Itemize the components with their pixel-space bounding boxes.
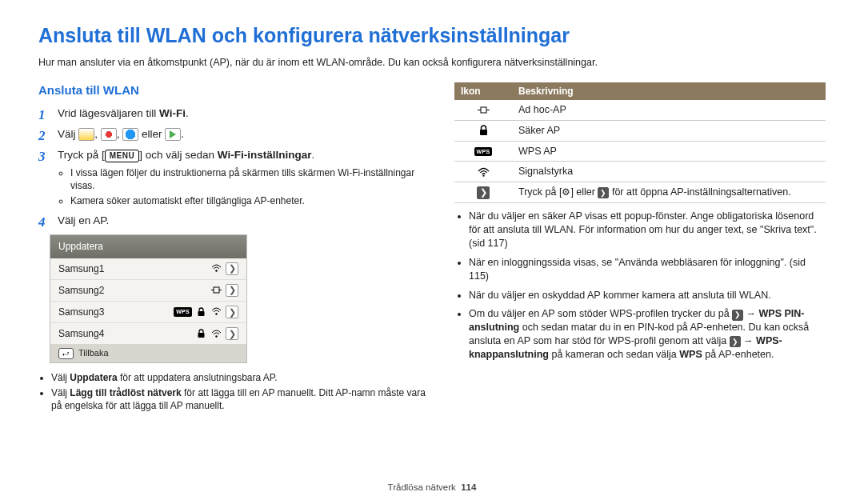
step-1-text-c: . [186,107,189,119]
ap-list-footer: ⮐ Tillbaka [50,344,246,362]
th-icon: Ikon [454,82,512,100]
signal-icon [210,328,222,340]
adhoc-icon [478,104,490,116]
chevron-right-icon: ❯ [226,306,238,318]
right-bullet-2: När en inloggningssida visas, se "Använd… [469,256,826,283]
chevron-right-icon: ❯ [477,186,490,199]
signal-icon [210,306,222,318]
wps-icon: WPS [474,147,493,156]
lock-icon [195,306,207,318]
ap-row-name: Samsung1 [58,262,210,275]
step-1-text-a: Vrid lägesväljaren till [58,107,159,119]
step-1: Vrid lägesväljaren till Wi-Fi. [38,106,430,121]
mode-icon-1 [78,128,94,141]
chevron-right-icon: ❯ [732,310,743,321]
table-row: Signalstyrka [454,162,826,182]
table-row: Ad hoc-AP [454,100,826,120]
wifi-label: Wi-Fi [159,107,186,119]
post-note-2: Välj Lägg till trådlöst nätverk för att … [51,386,430,412]
gear-icon: ⚙ [562,186,570,198]
ap-row: Samsung2 ❯ [50,280,246,302]
ap-row-name: Samsung4 [58,327,195,340]
back-pill-icon: ⮐ [58,348,74,359]
right-bullet-4: Om du väljer en AP som stöder WPS-profil… [469,307,826,362]
svg-rect-11 [480,130,487,135]
cell-desc: Säker AP [512,120,826,141]
chevron-right-icon: ❯ [226,327,238,340]
signal-icon [478,166,490,178]
table-row: Säker AP [454,120,826,141]
page-footer: Trådlösa nätverk 114 [0,482,864,494]
step-3-text-a: Tryck på [ [58,149,105,161]
cell-desc: Tryck på [⚙] eller ❯ för att öppna AP-in… [512,182,826,203]
step-2-text-e: . [181,128,184,140]
lock-icon [195,328,207,340]
ap-row: Samsung3 WPS ❯ [50,302,246,323]
step-2-sep-3: eller [138,128,165,140]
svg-point-7 [215,335,217,337]
wps-icon: WPS [174,307,192,316]
back-label: Tillbaka [78,347,109,359]
svg-rect-6 [198,333,205,338]
adhoc-icon [210,284,222,296]
step-3-text-b: ] och välj sedan [139,149,218,161]
mode-icon-3 [122,128,138,141]
signal-icon [210,262,222,274]
ap-list-box: Uppdatera Samsung1 ❯ Samsung2 [50,234,247,363]
th-desc: Beskrivning [512,82,826,100]
step-3: Tryck på [MENU] och välj sedan Wi-Fi-ins… [38,148,430,207]
step-3-text-c: . [311,149,314,161]
right-bullet-3: När du väljer en oskyddad AP kommer kame… [469,289,826,302]
chevron-right-icon: ❯ [598,187,609,198]
ap-row: Samsung4 ❯ [50,323,246,344]
cell-desc: WPS AP [512,141,826,162]
post-note-1: Välj Uppdatera för att uppdatera anslutn… [51,371,430,384]
mode-icon-4 [165,128,181,141]
menu-button-icon: MENU [105,150,139,162]
step-2-sep-1: , [94,128,101,140]
icon-legend-table: Ikon Beskrivning Ad hoc-AP Säker AP [454,82,826,204]
step-3-sub-2: Kamera söker automatiskt efter tillgängl… [70,194,430,207]
ap-row-name: Samsung2 [58,284,210,297]
ap-row: Samsung1 ❯ [50,258,246,280]
right-bullet-1: När du väljer en säker AP visas ett popu… [469,210,826,250]
svg-point-5 [215,314,217,315]
page-title: Ansluta till WLAN och konfigurera nätver… [38,22,826,50]
footer-label: Trådlösa nätverk [388,482,456,492]
lock-icon [478,125,490,137]
wifi-settings-bold: Wi-Fi-inställningar [218,149,312,161]
svg-rect-4 [198,311,205,316]
step-4: Välj en AP. [38,214,430,228]
svg-point-0 [215,270,217,271]
step-2-text-a: Välj [58,128,78,140]
step-3-sub-1: I vissa lägen följer du instruktionerna … [70,166,430,192]
table-row: ❯ Tryck på [⚙] eller ❯ för att öppna AP-… [454,182,826,203]
left-heading: Ansluta till WLAN [38,82,430,98]
chevron-right-icon: ❯ [730,336,741,347]
ap-row-name: Samsung3 [58,306,174,318]
svg-rect-1 [214,287,219,293]
cell-desc: Ad hoc-AP [512,100,826,120]
ap-list-header: Uppdatera [50,235,246,258]
step-2: Välj , , eller . [38,127,430,142]
intro-text: Hur man ansluter via en åtkomstpunkt (AP… [38,56,826,70]
table-row: WPS WPS AP [454,141,826,162]
mode-icon-2 [101,128,117,141]
svg-rect-8 [481,107,486,113]
chevron-right-icon: ❯ [226,262,238,275]
cell-desc: Signalstyrka [512,162,826,182]
step-2-sep-2: , [117,128,123,140]
footer-page: 114 [461,482,476,492]
chevron-right-icon: ❯ [226,284,238,297]
svg-point-12 [482,174,484,176]
